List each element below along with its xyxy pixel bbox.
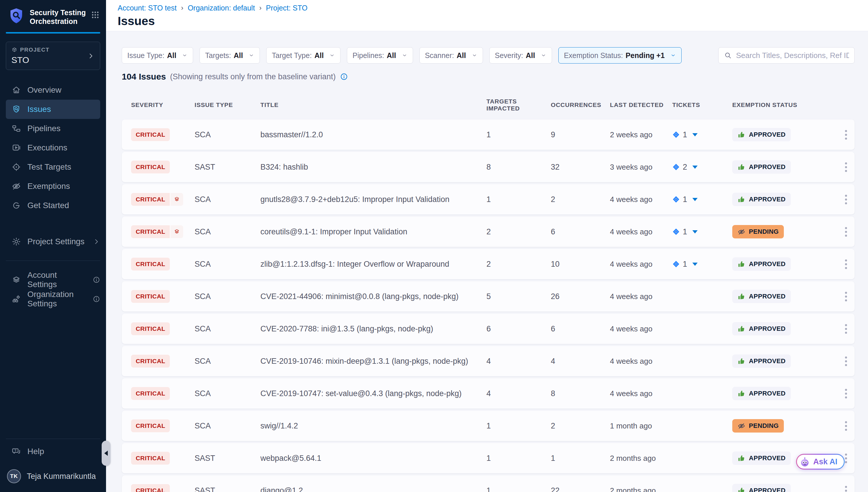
row-actions-kebab-icon[interactable] <box>837 418 854 434</box>
targets-impacted-cell: 2 <box>486 260 551 269</box>
ticket-dropdown-caret[interactable] <box>692 133 698 137</box>
sidebar-item-pipelines[interactable]: Pipelines <box>0 119 106 138</box>
info-icon[interactable] <box>340 73 348 81</box>
issue-title[interactable]: bassmaster//1.2.0 <box>260 130 486 139</box>
table-row[interactable]: CRITICAL SCA CVE-2021-44906: minimist@0.… <box>122 281 854 312</box>
issue-title[interactable]: CVE-2021-44906: minimist@0.0.8 (lang-pkg… <box>260 292 486 301</box>
breadcrumb-link[interactable]: Organization: default <box>188 4 255 12</box>
module-switcher-grid-icon[interactable] <box>91 7 100 19</box>
row-actions-kebab-icon[interactable] <box>837 256 854 272</box>
filter-label: Pipelines: <box>352 51 384 60</box>
filter-label: Severity: <box>495 51 523 60</box>
search-input[interactable] <box>736 51 849 60</box>
ticket-count: 1 <box>683 260 687 269</box>
filter-issue-type[interactable]: Issue Type: All <box>122 47 193 64</box>
issue-title[interactable]: CVE-2020-7788: ini@1.3.5 (lang-pkgs, nod… <box>260 324 486 334</box>
row-actions-kebab-icon[interactable] <box>837 159 854 175</box>
exemption-status-cell: APPROVED <box>732 193 837 206</box>
user-menu[interactable]: TK Teja Kummarikuntla <box>0 461 106 492</box>
table-row[interactable]: CRITICAL SCA gnutls28@3.7.9-2+deb12u5: I… <box>122 184 854 215</box>
exemption-status-badge: APPROVED <box>732 128 791 141</box>
sidebar-item-overview[interactable]: Overview <box>0 80 106 100</box>
sidebar-item-issues[interactable]: Issues <box>6 100 100 119</box>
row-actions-kebab-icon[interactable] <box>837 321 854 337</box>
issue-title[interactable]: coreutils@9.1-1: Improper Input Validati… <box>260 227 486 237</box>
filter-exemption-status[interactable]: Exemption Status: Pending +1 <box>558 47 682 64</box>
table-row[interactable]: CRITICAL SCA bassmaster//1.2.0 1 9 2 wee… <box>122 120 854 150</box>
table-row[interactable]: CRITICAL SCA coreutils@9.1-1: Improper I… <box>122 217 854 247</box>
tickets-cell: 1 <box>672 260 732 269</box>
sidebar-item-label: Pipelines <box>27 124 60 133</box>
severity-cell: CRITICAL <box>131 161 194 173</box>
severity-cell: CRITICAL <box>131 128 194 141</box>
row-actions-kebab-icon[interactable] <box>837 224 854 240</box>
exemption-status-badge: APPROVED <box>732 354 791 368</box>
ticket-dropdown-caret[interactable] <box>692 263 698 266</box>
issue-title[interactable]: CVE-2019-10746: mixin-deep@1.3.1 (lang-p… <box>260 357 486 366</box>
exemption-status-cell: APPROVED <box>732 290 837 303</box>
info-icon <box>93 295 100 303</box>
filter-pipelines[interactable]: Pipelines: All <box>347 47 413 64</box>
severity-badge: CRITICAL <box>131 290 170 303</box>
filter-label: Issue Type: <box>127 51 164 60</box>
sidebar-item-test-targets[interactable]: Test Targets <box>0 157 106 177</box>
sidebar-tertiary-nav: Account Settings Organization Settings <box>0 270 106 309</box>
sidebar-collapse-handle[interactable] <box>102 441 110 466</box>
breadcrumb-link[interactable]: Project: STO <box>266 4 308 12</box>
table-row[interactable]: CRITICAL SAST B324: hashlib 8 32 3 weeks… <box>122 152 854 182</box>
issue-title[interactable]: CVE-2019-10747: set-value@0.4.3 (lang-pk… <box>260 389 486 398</box>
filter-scanner[interactable]: Scanner: All <box>419 47 483 64</box>
sidebar-item-organization-settings[interactable]: Organization Settings <box>0 290 106 309</box>
row-actions-kebab-icon[interactable] <box>837 386 854 401</box>
issues-table: CRITICAL SCA bassmaster//1.2.0 1 9 2 wee… <box>122 120 854 492</box>
table-row[interactable]: CRITICAL SCA zlib@1:1.2.13.dfsg-1: Integ… <box>122 249 854 279</box>
severity-cell: CRITICAL <box>131 225 194 238</box>
exemption-status-label: PENDING <box>749 422 779 429</box>
issue-title[interactable]: swig//1.4.2 <box>260 421 486 430</box>
issue-title[interactable]: zlib@1:1.2.13.dfsg-1: Integer Overflow o… <box>260 260 486 269</box>
sidebar-item-executions[interactable]: Executions <box>0 138 106 157</box>
issue-title[interactable]: gnutls28@3.7.9-2+deb12u5: Improper Input… <box>260 195 486 204</box>
issue-title[interactable]: django@1.2 <box>260 486 486 492</box>
filter-targets[interactable]: Targets: All <box>200 47 260 64</box>
ticket-dropdown-caret[interactable] <box>692 166 698 169</box>
row-actions-kebab-icon[interactable] <box>837 192 854 207</box>
sidebar-item-exemptions[interactable]: Exemptions <box>0 177 106 196</box>
sidebar-item-account-settings[interactable]: Account Settings <box>0 270 106 290</box>
row-actions-kebab-icon[interactable] <box>837 289 854 304</box>
exemption-status-label: APPROVED <box>749 487 786 492</box>
column-header: ISSUE TYPE <box>194 101 260 108</box>
ask-ai-button[interactable]: Ask AI <box>796 454 845 470</box>
table-row[interactable]: CRITICAL SCA swig//1.4.2 1 2 1 month ago… <box>122 411 854 441</box>
sidebar-item-project-settings[interactable]: Project Settings <box>0 232 106 251</box>
breadcrumb-link[interactable]: Account: STO test <box>118 4 177 12</box>
filter-label: Target Type: <box>272 51 312 60</box>
exemption-status-cell: APPROVED <box>732 387 837 400</box>
table-row[interactable]: CRITICAL SCA CVE-2019-10746: mixin-deep@… <box>122 346 854 376</box>
issue-title[interactable]: webpack@5.64.1 <box>260 454 486 463</box>
thumbs-up-icon <box>737 163 745 171</box>
chevron-right-icon <box>93 238 100 245</box>
severity-label: CRITICAL <box>131 258 170 270</box>
filter-severity[interactable]: Severity: All <box>489 47 552 64</box>
row-actions-kebab-icon[interactable] <box>837 127 854 143</box>
table-row[interactable]: CRITICAL SAST webpack@5.64.1 1 1 2 month… <box>122 443 854 473</box>
issue-title[interactable]: B324: hashlib <box>260 163 486 172</box>
row-actions-kebab-icon[interactable] <box>837 483 854 492</box>
ticket-dropdown-caret[interactable] <box>692 230 698 233</box>
sidebar-item-get-started[interactable]: Get Started <box>0 196 106 215</box>
sidebar-item-label: Get Started <box>27 201 69 210</box>
ticket-dropdown-caret[interactable] <box>692 198 698 201</box>
table-row[interactable]: CRITICAL SAST django@1.2 1 22 2 months a… <box>122 475 854 492</box>
exemption-status-cell: PENDING <box>732 419 837 433</box>
table-row[interactable]: CRITICAL SCA CVE-2019-10747: set-value@0… <box>122 378 854 409</box>
sidebar-item-help[interactable]: ? Help <box>0 442 106 461</box>
exemption-status-badge: APPROVED <box>732 193 791 206</box>
row-actions-kebab-icon[interactable] <box>837 353 854 369</box>
table-row[interactable]: CRITICAL SCA CVE-2020-7788: ini@1.3.5 (l… <box>122 314 854 344</box>
filter-target-type[interactable]: Target Type: All <box>266 47 341 64</box>
exemption-status-label: APPROVED <box>749 454 786 462</box>
issue-type-cell: SAST <box>194 486 260 492</box>
project-selector[interactable]: PROJECT STO <box>6 42 100 70</box>
severity-cell: CRITICAL <box>131 387 194 400</box>
